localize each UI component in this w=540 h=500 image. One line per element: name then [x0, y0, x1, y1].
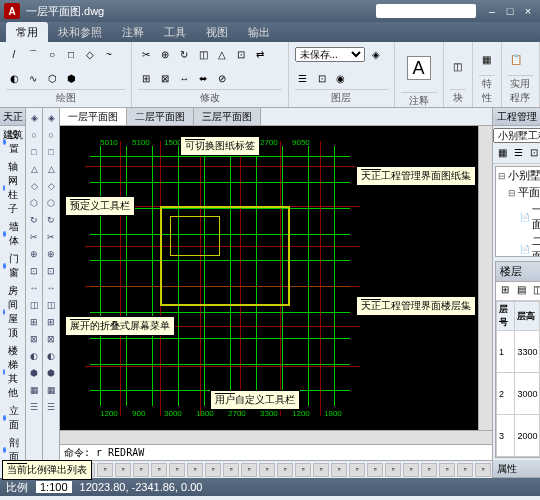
menu-tab[interactable]: 视图	[196, 22, 238, 42]
vtool-icon[interactable]: ◐	[26, 348, 42, 364]
menu-tab[interactable]: 块和参照	[48, 22, 112, 42]
scale-value[interactable]: 1:100	[36, 481, 72, 493]
vtool-icon[interactable]: ◇	[43, 178, 59, 194]
ribbon-tool-icon[interactable]: ◈	[368, 47, 384, 63]
ribbon-tool-icon[interactable]: ⊕	[157, 47, 173, 63]
bottom-tool-icon[interactable]: ▫	[115, 463, 131, 477]
vtool-icon[interactable]: ✂	[43, 229, 59, 245]
ribbon-tool-icon[interactable]: 📋	[508, 52, 524, 68]
tool-icon[interactable]: ⊞	[498, 284, 512, 298]
minimize-button[interactable]: –	[484, 4, 500, 18]
ribbon-tool-icon[interactable]: ◐	[6, 71, 22, 87]
vtool-icon[interactable]: ⊠	[43, 331, 59, 347]
vtool-icon[interactable]: ○	[26, 127, 42, 143]
ribbon-tool-icon[interactable]: ⬡	[44, 71, 60, 87]
vtool-icon[interactable]: ↔	[26, 280, 42, 296]
search-input[interactable]	[376, 4, 476, 18]
bottom-tool-icon[interactable]: ▫	[475, 463, 491, 477]
vtool-icon[interactable]: ↔	[43, 280, 59, 296]
vtool-icon[interactable]: ↻	[26, 212, 42, 228]
tool-icon[interactable]: ◫	[530, 284, 540, 298]
vtool-icon[interactable]: ⬢	[43, 365, 59, 381]
ribbon-tool-icon[interactable]: ☰	[295, 71, 311, 87]
vtool-icon[interactable]: ◈	[26, 110, 42, 126]
vtool-icon[interactable]: □	[26, 144, 42, 160]
ribbon-tool-icon[interactable]: △	[214, 47, 230, 63]
bottom-tool-icon[interactable]: ▫	[331, 463, 347, 477]
ribbon-tool-icon[interactable]: ⊘	[214, 71, 230, 87]
bottom-tool-icon[interactable]: ▫	[385, 463, 401, 477]
bottom-tool-icon[interactable]: ▫	[241, 463, 257, 477]
vtool-icon[interactable]: ▦	[43, 382, 59, 398]
drawing-canvas[interactable]: 1200900300018002700330012001800501051001…	[60, 126, 478, 430]
vtool-icon[interactable]: ◫	[43, 297, 59, 313]
sidebar-item[interactable]: 墙 体	[0, 218, 25, 250]
vtool-icon[interactable]: △	[26, 161, 42, 177]
ribbon-tool-icon[interactable]: ∿	[25, 71, 41, 87]
table-row[interactable]: 13300一层平面图	[497, 331, 541, 373]
vtool-icon[interactable]: ⊡	[43, 263, 59, 279]
menu-tab[interactable]: 注释	[112, 22, 154, 42]
canvas-tab[interactable]: 三层平面图	[194, 108, 261, 125]
menu-tab[interactable]: 输出	[238, 22, 280, 42]
vtool-icon[interactable]: ⊞	[43, 314, 59, 330]
bottom-tool-icon[interactable]: ▫	[169, 463, 185, 477]
table-row[interactable]: 23000二层平面图	[497, 373, 541, 415]
maximize-button[interactable]: □	[502, 4, 518, 18]
sidebar-item[interactable]: 立 面	[0, 402, 25, 434]
ribbon-tool-icon[interactable]: ◫	[195, 47, 211, 63]
vtool-icon[interactable]: □	[43, 144, 59, 160]
vtool-icon[interactable]: ☰	[43, 399, 59, 415]
sidebar-item[interactable]: 门 窗	[0, 250, 25, 282]
bottom-tool-icon[interactable]: ▫	[151, 463, 167, 477]
ribbon-tool-icon[interactable]: ⊠	[157, 71, 173, 87]
bottom-tool-icon[interactable]: ▫	[205, 463, 221, 477]
vtool-icon[interactable]: ⬢	[26, 365, 42, 381]
close-button[interactable]: ×	[520, 4, 536, 18]
vtool-icon[interactable]: ⊞	[26, 314, 42, 330]
vtool-icon[interactable]: ⊡	[26, 263, 42, 279]
vtool-icon[interactable]: ✂	[26, 229, 42, 245]
ribbon-tool-icon[interactable]: □	[63, 47, 79, 63]
bottom-tool-icon[interactable]: ▫	[97, 463, 113, 477]
scrollbar-horizontal[interactable]	[60, 430, 492, 444]
sidebar-item[interactable]: 轴网柱子	[0, 158, 25, 218]
table-row[interactable]: 32000屋顶平面图	[497, 415, 541, 457]
tool-icon[interactable]: ▦	[495, 147, 509, 161]
ribbon-tool-icon[interactable]: ↔	[176, 71, 192, 87]
bottom-tool-icon[interactable]: ▫	[421, 463, 437, 477]
app-logo[interactable]: A	[4, 3, 20, 19]
ribbon-tool-icon[interactable]: ▦	[479, 52, 495, 68]
ribbon-tool-icon[interactable]: ⬢	[63, 71, 79, 87]
ribbon-tool-icon[interactable]: ↻	[176, 47, 192, 63]
bottom-tool-icon[interactable]: ▫	[367, 463, 383, 477]
ribbon-big-button[interactable]: A	[401, 44, 437, 92]
bottom-tool-icon[interactable]: ▫	[259, 463, 275, 477]
vtool-icon[interactable]: ◐	[43, 348, 59, 364]
ribbon-tool-icon[interactable]: ⊞	[138, 71, 154, 87]
vtool-icon[interactable]: ◫	[26, 297, 42, 313]
sidebar-item[interactable]: 楼梯其他	[0, 342, 25, 402]
ribbon-tool-icon[interactable]: ⬌	[195, 71, 211, 87]
ribbon-tool-icon[interactable]: ⊡	[233, 47, 249, 63]
layer-combo[interactable]: 未保存...	[295, 47, 365, 62]
project-select[interactable]: 小别墅工程	[493, 128, 540, 143]
ribbon-tool-icon[interactable]: ⊡	[314, 71, 330, 87]
tree-node[interactable]: 平面图	[496, 184, 540, 201]
tool-icon[interactable]: ▤	[514, 284, 528, 298]
vtool-icon[interactable]: ⊕	[26, 246, 42, 262]
ribbon-tool-icon[interactable]: ◉	[333, 71, 349, 87]
scrollbar-vertical[interactable]	[478, 126, 492, 430]
ribbon-tool-icon[interactable]: ~	[101, 47, 117, 63]
tool-icon[interactable]: ☰	[511, 147, 525, 161]
canvas-tab[interactable]: 二层平面图	[127, 108, 194, 125]
bottom-tool-icon[interactable]: ▫	[295, 463, 311, 477]
bottom-tool-icon[interactable]: ▫	[187, 463, 203, 477]
ribbon-tool-icon[interactable]: ◫	[450, 59, 466, 75]
vtool-icon[interactable]: △	[43, 161, 59, 177]
bottom-tool-icon[interactable]: ▫	[457, 463, 473, 477]
bottom-tool-icon[interactable]: ▫	[277, 463, 293, 477]
tree-node[interactable]: 一层平面图	[496, 201, 540, 233]
tool-icon[interactable]: ⊡	[527, 147, 540, 161]
ribbon-tool-icon[interactable]: ○	[44, 47, 60, 63]
